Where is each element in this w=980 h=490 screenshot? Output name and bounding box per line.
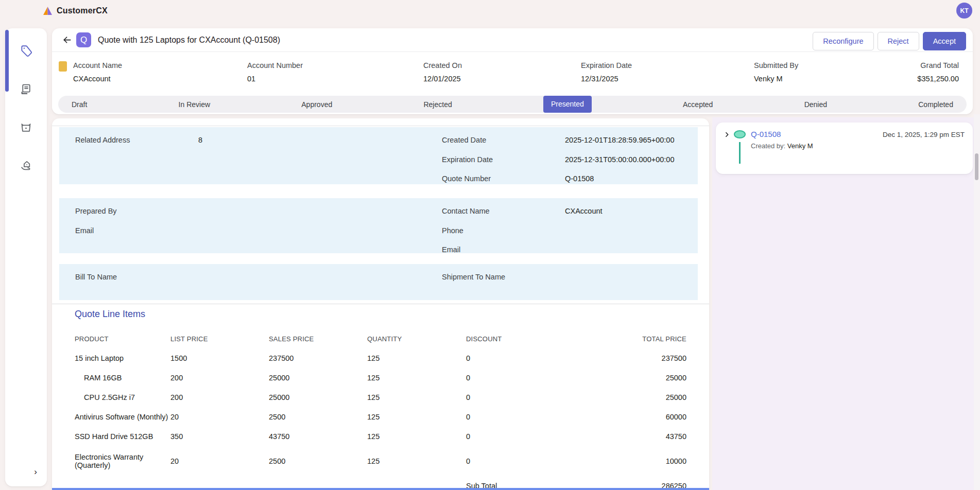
- info-label: Account Name: [73, 60, 122, 71]
- cell-sales-price: 25000: [269, 374, 367, 382]
- info-value: 12/31/2025: [581, 74, 632, 84]
- field-value: 2025-12-31T05:00:00.000+00:00: [565, 155, 674, 164]
- cell-discount: 0: [466, 457, 565, 465]
- cell-quantity: 125: [367, 432, 466, 441]
- status-accepted[interactable]: Accepted: [683, 100, 713, 109]
- info-value: Venky M: [754, 74, 798, 84]
- status-completed[interactable]: Completed: [918, 100, 953, 109]
- history-created-by-label: Created by:: [751, 142, 785, 150]
- order-document-icon: [20, 83, 32, 96]
- bottom-accent-line: [52, 488, 709, 490]
- back-button[interactable]: [59, 32, 75, 48]
- address-section: Related Address 8 Created Date 2025-12-0…: [59, 127, 698, 184]
- sidebar-item-quotes[interactable]: [14, 39, 39, 63]
- history-quote-link[interactable]: Q-01508: [751, 130, 781, 138]
- hand-house-icon: [20, 159, 33, 172]
- status-rejected[interactable]: Rejected: [423, 100, 452, 109]
- field-label: Phone: [442, 226, 565, 235]
- cell-list-price: 20: [170, 457, 269, 465]
- reconfigure-button[interactable]: Reconfigure: [813, 32, 873, 50]
- history-timeline-bar: [739, 142, 741, 164]
- field-label: Related Address: [75, 136, 198, 144]
- account-icon: [59, 61, 67, 72]
- contact-section: Prepared By Email Contact Name CXAccount…: [59, 198, 698, 253]
- app-name: CustomerCX: [57, 6, 108, 15]
- cell-product: RAM 16GB: [75, 374, 170, 382]
- table-row[interactable]: CPU 2.5GHz i7 200 25000 125 0 25000: [52, 388, 709, 407]
- cell-sales-price: 2500: [269, 457, 367, 465]
- table-row[interactable]: Antivirus Software (Monthly) 20 2500 125…: [52, 407, 709, 427]
- cell-total-price: 25000: [565, 393, 686, 401]
- cell-quantity: 125: [367, 354, 466, 362]
- table-row[interactable]: 15 inch Laptop 1500 237500 125 0 237500: [52, 348, 709, 368]
- field-label: Expiration Date: [442, 155, 565, 164]
- cell-total-price: 10000: [565, 457, 686, 465]
- cell-total-price: 237500: [565, 354, 686, 362]
- cell-product: SSD Hard Drive 512GB: [75, 432, 170, 441]
- info-label: Expiration Date: [581, 60, 632, 71]
- col-header-product: PRODUCT: [75, 335, 170, 343]
- top-bar: CustomerCX KT: [0, 0, 980, 22]
- cell-total-price: 60000: [565, 413, 686, 421]
- field-label: Email: [75, 226, 198, 235]
- history-timestamp: Dec 1, 2025, 1:29 pm EST: [883, 131, 965, 138]
- field-label: Shipment To Name: [442, 273, 565, 281]
- sidebar-item-assets[interactable]: [14, 153, 39, 178]
- accept-button[interactable]: Accept: [923, 32, 966, 50]
- quote-history-card: Q-01508 Dec 1, 2025, 1:29 pm EST Created…: [716, 122, 973, 174]
- cell-discount: 0: [466, 354, 565, 362]
- app-logo-icon: [43, 6, 53, 15]
- history-expand-chevron[interactable]: [721, 129, 732, 140]
- field-label: Quote Number: [442, 174, 565, 183]
- page-title: Quote with 125 Laptops for CXAccount (Q-…: [98, 36, 280, 45]
- info-value: 01: [247, 74, 303, 84]
- cell-list-price: 350: [170, 432, 269, 441]
- tag-icon: [20, 44, 33, 58]
- user-avatar[interactable]: KT: [956, 3, 972, 19]
- reject-button[interactable]: Reject: [878, 32, 919, 50]
- billing-section: Bill To Name Shipment To Name: [59, 264, 698, 300]
- table-row[interactable]: RAM 16GB 200 25000 125 0 25000: [52, 368, 709, 388]
- info-label: Account Number: [247, 60, 303, 71]
- sidebar-item-orders[interactable]: [14, 77, 39, 101]
- basket-icon: [20, 121, 32, 134]
- quote-header-card: Q Quote with 125 Laptops for CXAccount (…: [52, 28, 973, 114]
- cell-list-price: 20: [170, 413, 269, 421]
- info-value: CXAccount: [73, 74, 122, 84]
- left-sidebar: ›: [5, 28, 47, 486]
- cell-total-price: 25000: [565, 374, 686, 382]
- table-row[interactable]: Electronics Warranty (Quarterly) 20 2500…: [52, 446, 709, 476]
- cell-sales-price: 2500: [269, 413, 367, 421]
- cell-quantity: 125: [367, 393, 466, 401]
- info-value: 12/01/2025: [423, 74, 462, 84]
- field-value: 2025-12-01T18:28:59.965+00:00: [565, 136, 674, 144]
- info-label: Grand Total: [917, 60, 959, 71]
- page-scrollbar-thumb[interactable]: [975, 153, 978, 180]
- table-row[interactable]: SSD Hard Drive 512GB 350 43750 125 0 437…: [52, 427, 709, 446]
- cell-discount: 0: [466, 413, 565, 421]
- sidebar-collapse-chevron[interactable]: ›: [28, 465, 43, 479]
- field-value: CXAccount: [565, 207, 603, 215]
- cell-sales-price: 43750: [269, 432, 367, 441]
- cell-discount: 0: [466, 432, 565, 441]
- cell-quantity: 125: [367, 413, 466, 421]
- cell-product: Electronics Warranty (Quarterly): [75, 453, 170, 469]
- grand-total-value: $351,250.00: [917, 74, 959, 84]
- cell-quantity: 125: [367, 374, 466, 382]
- cell-sales-price: 25000: [269, 393, 367, 401]
- line-items-table: PRODUCT LIST PRICE SALES PRICE QUANTITY …: [52, 329, 709, 490]
- history-created-by-name: Venky M: [787, 142, 813, 150]
- line-items-heading: Quote Line Items: [75, 309, 145, 320]
- cell-quantity: 125: [367, 457, 466, 465]
- cell-list-price: 200: [170, 374, 269, 382]
- status-draft[interactable]: Draft: [72, 100, 87, 109]
- cell-list-price: 1500: [170, 354, 269, 362]
- col-header-list-price: LIST PRICE: [170, 335, 269, 343]
- status-denied[interactable]: Denied: [804, 100, 827, 109]
- status-presented-active[interactable]: Presented: [543, 96, 592, 113]
- field-label: Bill To Name: [75, 273, 198, 281]
- status-in-review[interactable]: In Review: [179, 100, 210, 109]
- sidebar-item-cart[interactable]: [14, 115, 39, 139]
- status-approved[interactable]: Approved: [301, 100, 332, 109]
- cell-discount: 0: [466, 393, 565, 401]
